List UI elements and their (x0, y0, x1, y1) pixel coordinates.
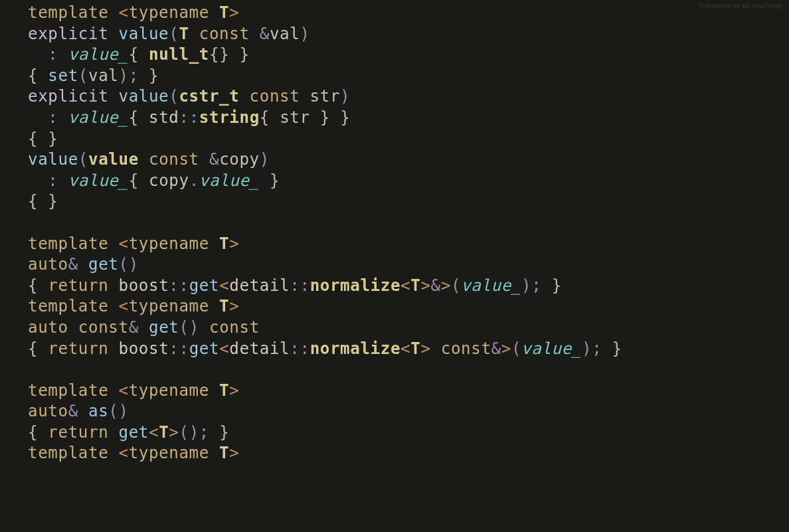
token-ty: string (199, 108, 260, 127)
token-brc: } (239, 45, 249, 64)
token-brc: } (552, 276, 562, 295)
token-brc: } (48, 130, 58, 148)
token-fn: value (118, 25, 169, 43)
token-op: ( (78, 150, 88, 169)
token-plain (58, 171, 68, 190)
token-det: normalize (310, 276, 400, 295)
token-plain (38, 192, 48, 211)
token-op: : (48, 108, 58, 127)
code-line: { set(val); } (28, 66, 159, 85)
token-ns: boost (119, 276, 169, 295)
token-mem: value_ (68, 45, 129, 64)
code-line: explicit value(T const &val) (28, 25, 310, 43)
token-brc: { (28, 192, 38, 211)
token-kw: template (28, 444, 108, 462)
token-plain (250, 25, 260, 43)
token-ang: > (420, 276, 430, 295)
token-kw: const (441, 339, 491, 358)
token-kw: const (209, 318, 260, 337)
token-op: () (179, 318, 199, 337)
code-line: template <typename T> (28, 381, 239, 400)
token-ty: T (219, 234, 229, 253)
token-mem: value_ (521, 339, 582, 358)
token-brc: { (28, 423, 38, 442)
token-ty: T (219, 297, 229, 315)
token-brc: { (28, 276, 38, 295)
token-kw: const (250, 87, 300, 106)
token-brc: { (129, 45, 139, 64)
token-kw: auto (28, 318, 68, 337)
token-plain (260, 171, 270, 190)
token-ang: > (229, 297, 239, 315)
token-ang: > (229, 444, 239, 462)
token-op: ; (531, 276, 541, 295)
token-plain (78, 255, 88, 274)
token-brc: } (48, 192, 58, 211)
token-op: ; (129, 66, 139, 85)
token-kw2: explicit (28, 25, 108, 43)
code-line: { return get<T>(); } (28, 423, 229, 442)
token-plain (28, 108, 48, 127)
token-brc: } (219, 423, 229, 442)
token-ang: > (229, 381, 239, 400)
token-kw: template (28, 234, 108, 253)
code-line: explicit value(cstr_t const str) (28, 87, 350, 106)
token-kw: typename (129, 234, 209, 253)
token-fn: get (149, 318, 179, 337)
token-plain (209, 444, 219, 462)
token-ang: > (229, 3, 239, 22)
token-kw: typename (129, 381, 209, 400)
token-op: : (48, 45, 58, 64)
token-kw: template (28, 3, 108, 22)
token-ty: T (219, 444, 229, 462)
token-op: ) (260, 150, 270, 169)
token-ang: < (108, 297, 128, 315)
token-plain (108, 339, 118, 358)
token-op: ) (300, 25, 309, 43)
token-fn: get (88, 255, 119, 274)
token-op: ( (511, 339, 521, 358)
token-fn: get (189, 276, 220, 295)
token-ty: T (179, 25, 189, 43)
token-kw: typename (129, 297, 209, 315)
token-kw: typename (129, 3, 209, 22)
token-kw: const (149, 150, 199, 169)
token-kw: template (28, 381, 108, 400)
token-ang: > (441, 276, 451, 295)
token-fn: set (48, 66, 78, 85)
token-kw: const (78, 318, 129, 337)
token-op: ) (340, 87, 350, 106)
token-ty: T (159, 423, 169, 442)
token-fn: get (189, 339, 220, 358)
token-brc: { (28, 130, 38, 148)
token-plain (38, 276, 48, 295)
token-kw: return (48, 423, 108, 442)
token-ang: < (108, 234, 128, 253)
token-plain (108, 276, 118, 295)
token-brc: } (340, 108, 350, 127)
token-ang: < (149, 423, 159, 442)
token-ang: > (501, 339, 511, 358)
token-plain (108, 25, 118, 43)
token-plain (189, 25, 199, 43)
code-line: template <typename T> (28, 444, 239, 462)
token-ang: < (108, 444, 128, 462)
token-op: :: (290, 276, 309, 295)
token-op: () (119, 255, 139, 274)
token-mem: value_ (199, 171, 260, 190)
code-line: : value_{ std::string{ str } } (28, 108, 350, 127)
token-plain (58, 108, 68, 127)
token-ang: < (400, 276, 410, 295)
token-plain (541, 276, 551, 295)
token-plain (602, 339, 612, 358)
token-fn: as (88, 402, 108, 420)
token-kw: return (48, 339, 108, 358)
token-op: & (260, 25, 270, 43)
token-ns: boost (119, 339, 169, 358)
code-line: { return boost::get<detail::normalize<T>… (28, 339, 622, 358)
token-kw: auto (28, 255, 68, 274)
token-op: ( (169, 25, 179, 43)
code-line: { } (28, 130, 58, 148)
token-brc: } (612, 339, 622, 358)
code-line: auto& get() (28, 255, 139, 274)
